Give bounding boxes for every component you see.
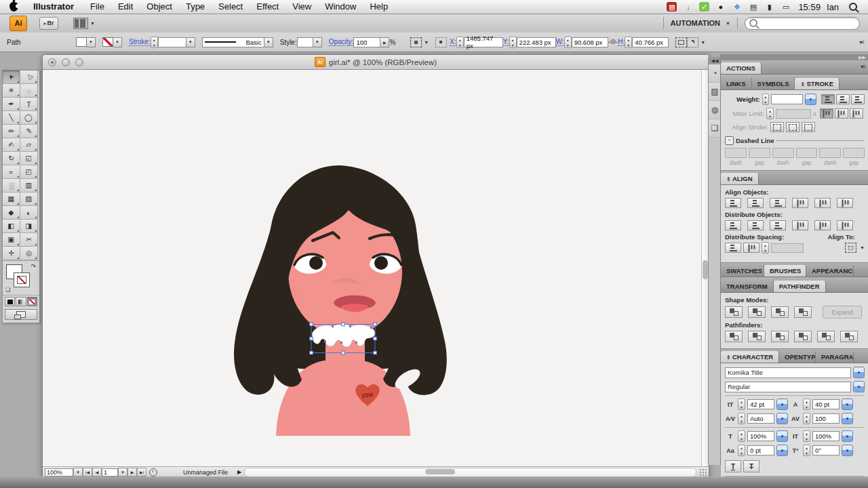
pencil-tool[interactable]: ✎ [20,125,38,138]
status-menu-arrow[interactable]: ▶ [237,469,241,475]
align-right-button[interactable] [770,198,786,208]
h-label[interactable]: H: [618,38,625,46]
search-input[interactable] [745,17,860,30]
y-field[interactable]: 222.483 px [517,37,556,47]
gradient-tool[interactable]: ▨ [20,192,38,206]
align-to-combo[interactable]: ▼ [845,243,865,253]
horizontal-scale-stepper[interactable] [738,430,745,442]
w-label[interactable]: W: [556,38,564,46]
align-center-h-button[interactable] [747,198,764,208]
minus-front-button[interactable] [748,306,766,318]
select-similar-button[interactable]: ▼ [687,37,705,47]
distribute-left-button[interactable] [792,220,808,230]
align-stroke-outside-button[interactable] [802,122,815,132]
font-family-dropdown[interactable] [853,367,865,378]
weight-stepper[interactable] [762,94,769,105]
drawing-modes-button[interactable] [5,309,37,320]
evernote-icon[interactable]: ● [715,2,726,12]
align-stroke-center-button[interactable] [770,122,784,132]
first-artboard-button[interactable]: |◀ [83,468,92,476]
stroke-weight-combo[interactable]: ▼ [158,37,195,47]
last-artboard-button[interactable]: ▶| [137,468,146,476]
font-style-dropdown[interactable] [853,381,865,392]
font-size-field[interactable]: 42 pt [747,399,774,409]
cap-round-button[interactable] [836,94,850,104]
tracking-stepper[interactable] [803,413,810,424]
menu-item[interactable]: Illustrator [26,0,83,14]
dash-field[interactable] [772,148,794,158]
apple-menu-icon[interactable] [9,2,18,12]
selection-tool[interactable]: ➤ [3,70,20,84]
tab[interactable]: SWATCHES [721,265,764,277]
kerning-field[interactable]: Auto [747,413,774,424]
baseline-shift-stepper[interactable] [738,445,745,456]
font-style-field[interactable]: Regular [725,382,851,392]
free-transform-tool[interactable]: ◰ [20,165,38,179]
corner-round-button[interactable] [835,108,848,119]
tab[interactable]: LINKS [721,78,752,89]
y-label[interactable]: Y: [503,38,509,46]
magic-wand-tool[interactable]: ✳ [3,84,20,98]
tracking-dropdown[interactable] [842,413,853,424]
menu-user[interactable]: Ian [827,2,839,12]
dash-field[interactable] [725,148,747,158]
eyedropper-tool[interactable]: ◆ [3,206,20,220]
zoom-level-field[interactable]: 100% [45,468,73,476]
zoom-dropdown[interactable]: ▼ [73,468,83,476]
arrange-documents-arrow[interactable]: ▼ [90,21,95,26]
distribute-bottom-button[interactable] [770,220,786,230]
horizontal-scale-dropdown[interactable] [776,430,788,442]
leading-field[interactable]: 40 pt [812,399,840,409]
eraser-tool[interactable]: ▱ [20,138,38,152]
miter-stepper[interactable] [766,108,774,119]
artboard-dropdown[interactable]: ▼ [118,468,127,476]
dash-field[interactable] [819,148,841,158]
horizontal-scrollbar[interactable] [244,468,696,477]
leading-dropdown[interactable] [842,399,853,410]
vertical-scrollbar-thumb[interactable] [703,260,708,279]
menu-item[interactable]: View [285,0,318,14]
tab[interactable]: TRANSFORM [721,281,774,292]
dropbox-icon[interactable]: ❖ [732,2,742,12]
tracking-field[interactable]: 100 [812,413,840,424]
underline-button[interactable]: T [725,460,741,472]
constrain-proportions-icon[interactable]: -⦾- [608,38,618,46]
menu-item[interactable]: Select [212,0,250,14]
cap-projecting-button[interactable] [851,94,865,104]
x-field[interactable]: 1485.747 px [464,37,503,47]
tab[interactable]: SYMBOLS [752,78,795,89]
tab-align[interactable]: ALIGN [721,173,759,184]
style-combo[interactable]: ▼ [297,37,322,47]
align-left-button[interactable] [725,198,741,208]
status-text[interactable]: Unmanaged File [183,469,228,476]
trim-button[interactable] [748,331,766,342]
crop-button[interactable] [794,331,812,342]
menu-item[interactable]: Help [363,0,395,14]
swap-fill-stroke-icon[interactable]: ↷ [31,263,36,270]
menu-item[interactable]: Effect [250,0,285,14]
stroke-weight-stepper[interactable] [151,37,158,48]
y-stepper[interactable] [509,37,517,48]
kerning-stepper[interactable] [738,413,745,424]
display-icon[interactable]: ▭ [781,2,791,12]
unite-button[interactable] [725,306,743,318]
intersect-button[interactable] [771,306,789,318]
tab[interactable]: OPENTYPE [779,351,816,363]
scale-tool[interactable]: ◱ [20,152,38,165]
slice-tool[interactable]: ✂ [20,233,38,247]
tab-actions[interactable]: ACTIONS [721,62,762,74]
font-family-field[interactable]: Komika Title [725,367,851,378]
baseline-shift-field[interactable]: 0 pt [747,445,774,455]
kerning-dropdown[interactable] [776,413,788,424]
stroke-weight-label[interactable]: Stroke: [129,38,151,46]
x-label[interactable]: X: [450,38,456,46]
hand-tool[interactable]: ✛ [3,247,20,260]
expand-button[interactable]: Expand [823,306,862,319]
sync-check-icon[interactable]: ✓ [699,2,709,12]
dash-field[interactable] [843,148,865,158]
graph-tool[interactable]: ▥ [20,179,38,192]
menu-item[interactable]: Object [140,0,179,14]
dash-field[interactable] [796,148,818,158]
w-field[interactable]: 90.608 px [572,37,608,47]
bridge-button[interactable]: Br [39,17,58,30]
